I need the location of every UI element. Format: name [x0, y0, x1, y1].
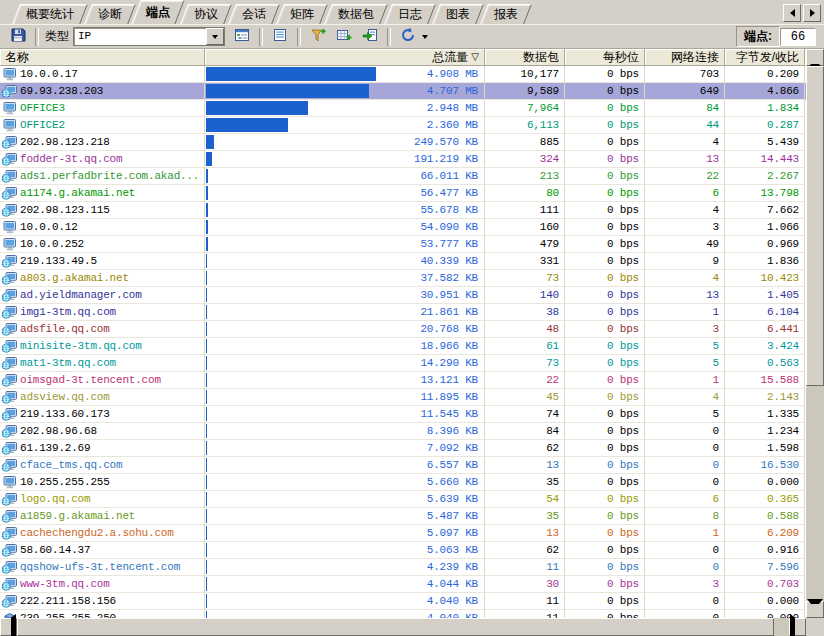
tab-4[interactable]: 协议: [180, 4, 232, 24]
table-row[interactable]: 10.0.0.25253.777 KB4790 bps490.969: [0, 236, 806, 253]
refresh-dropdown-button[interactable]: [422, 35, 428, 39]
bps-value: 0 bps: [565, 117, 645, 134]
host-icon: [2, 221, 17, 234]
tab-6[interactable]: 矩阵: [276, 4, 328, 24]
table-row[interactable]: logo.qq.com5.639 KB540 bps60.365: [0, 491, 806, 508]
tab-3[interactable]: 端点: [131, 0, 184, 24]
packets-value: 73: [485, 270, 565, 287]
table-row[interactable]: minisite-3tm.qq.com18.966 KB610 bps53.42…: [0, 338, 806, 355]
table-row[interactable]: ad.yieldmanager.com30.951 KB1400 bps131.…: [0, 287, 806, 304]
traffic-cell: 4.040 KB: [205, 610, 485, 618]
tab-1[interactable]: 概要统计: [12, 4, 88, 24]
tab-label: 端点: [146, 1, 170, 23]
endpoint-name-cell: 10.0.0.12: [0, 219, 205, 236]
table-row[interactable]: img1-3tm.qq.com21.861 KB380 bps16.104: [0, 304, 806, 321]
connections-value: 5: [645, 406, 725, 423]
table-row[interactable]: cachechengdu2.a.sohu.com5.097 KB130 bps1…: [0, 525, 806, 542]
type-combobox[interactable]: IP: [73, 27, 225, 46]
column-header-bps[interactable]: 每秒位: [565, 49, 645, 66]
tab-8[interactable]: 日志: [384, 4, 436, 24]
table-row[interactable]: 10.255.255.2555.660 KB350 bps00.000: [0, 474, 806, 491]
traffic-cell: 5.097 KB: [205, 525, 485, 542]
table-row[interactable]: 219.133.60.17311.545 KB740 bps51.335: [0, 406, 806, 423]
scroll-left-button[interactable]: [0, 618, 17, 636]
table-row[interactable]: adsfile.qq.com20.768 KB480 bps36.441: [0, 321, 806, 338]
toolbar-separator: [35, 28, 39, 46]
table-row[interactable]: 69.93.238.2034.707 MB9,5890 bps6494.866: [0, 83, 806, 100]
table-row[interactable]: cface_tms.qq.com6.557 KB130 bps016.530: [0, 457, 806, 474]
vertical-scrollbar-thumb[interactable]: [806, 66, 824, 386]
vertical-scrollbar[interactable]: [806, 49, 824, 618]
host-icon: [2, 102, 17, 115]
table-row[interactable]: 239.255.255.2504.040 KB110 bps00.000: [0, 610, 806, 618]
table-row[interactable]: 202.98.123.218249.570 KB8850 bps45.439: [0, 134, 806, 151]
table-row[interactable]: a803.g.akamai.net37.582 KB730 bps410.423: [0, 270, 806, 287]
column-header-traffic[interactable]: 总流量▽: [205, 49, 485, 66]
table-row[interactable]: mat1-3tm.qq.com14.290 KB730 bps50.563: [0, 355, 806, 372]
table-row[interactable]: OFFICE32.948 MB7,9640 bps841.834: [0, 100, 806, 117]
traffic-value: 4.040 KB: [427, 595, 478, 607]
internet-host-icon: [2, 323, 17, 336]
table-row[interactable]: OFFICE22.360 MB6,1130 bps440.287: [0, 117, 806, 134]
export-graph-button[interactable]: [357, 25, 383, 48]
table-row[interactable]: www-3tm.qq.com4.044 KB300 bps30.703: [0, 576, 806, 593]
tab-scroll-right-button[interactable]: [803, 4, 821, 22]
tab-9[interactable]: 图表: [432, 4, 484, 24]
detail-view-button[interactable]: [267, 25, 293, 48]
bps-value: 0 bps: [565, 83, 645, 100]
column-header-conns[interactable]: 网络连接: [645, 49, 725, 66]
add-to-name-table-button[interactable]: [331, 25, 357, 48]
node-explorer-button[interactable]: [229, 25, 255, 48]
connections-value: 649: [645, 83, 725, 100]
type-combobox-dropdown-button[interactable]: [206, 28, 224, 45]
internet-host-icon: [2, 374, 17, 387]
tab-10[interactable]: 报表: [480, 4, 532, 24]
table-row[interactable]: 10.0.0.1254.090 KB1600 bps31.066: [0, 219, 806, 236]
horizontal-scrollbar-thumb[interactable]: [17, 618, 774, 636]
traffic-bar: [206, 526, 207, 540]
packets-value: 80: [485, 185, 565, 202]
tab-5[interactable]: 会话: [228, 4, 280, 24]
table-row[interactable]: 61.139.2.697.092 KB620 bps01.598: [0, 440, 806, 457]
table-row[interactable]: ads1.perfadbrite.com.akad...66.011 KB213…: [0, 168, 806, 185]
ratio-value: 0.000: [725, 474, 805, 491]
table-row[interactable]: a1174.g.akamai.net56.477 KB800 bps613.79…: [0, 185, 806, 202]
packets-value: 213: [485, 168, 565, 185]
scroll-down-button[interactable]: [806, 601, 824, 618]
tab-7[interactable]: 数据包: [324, 4, 388, 24]
table-row[interactable]: 219.133.49.540.339 KB3310 bps91.836: [0, 253, 806, 270]
add-filter-button[interactable]: [305, 25, 331, 48]
endpoint-name-cell: adsview.qq.com: [0, 389, 205, 406]
table-row[interactable]: 202.98.96.688.396 KB840 bps01.234: [0, 423, 806, 440]
scroll-right-button[interactable]: [789, 618, 806, 636]
endpoint-name-cell: img1-3tm.qq.com: [0, 304, 205, 321]
refresh-button[interactable]: [395, 25, 421, 48]
table-row[interactable]: 58.60.14.375.063 KB620 bps00.916: [0, 542, 806, 559]
endpoint-name: qqshow-ufs-3t.tencent.com: [20, 559, 180, 575]
traffic-value: 4.044 KB: [427, 578, 478, 590]
scroll-up-button[interactable]: [806, 49, 824, 66]
connections-value: 4: [645, 134, 725, 151]
column-header-packets[interactable]: 数据包: [485, 49, 565, 66]
bps-value: 0 bps: [565, 559, 645, 576]
bps-value: 0 bps: [565, 372, 645, 389]
packets-value: 140: [485, 287, 565, 304]
column-header-name[interactable]: 名称: [0, 49, 205, 66]
table-row[interactable]: adsview.qq.com11.895 KB450 bps42.143: [0, 389, 806, 406]
tab-2[interactable]: 诊断: [84, 4, 136, 24]
table-row[interactable]: 222.211.158.1564.040 KB110 bps00.000: [0, 593, 806, 610]
table-row[interactable]: 202.98.123.11555.678 KB1110 bps47.662: [0, 202, 806, 219]
table-row[interactable]: qqshow-ufs-3t.tencent.com4.239 KB110 bps…: [0, 559, 806, 576]
table-row[interactable]: 10.0.0.174.908 MB10,1770 bps7030.209: [0, 66, 806, 83]
horizontal-scrollbar[interactable]: [0, 618, 806, 636]
tab-scroll-left-button[interactable]: [783, 4, 801, 22]
endpoint-counter: 端点: 66: [736, 26, 816, 47]
packets-value: 84: [485, 423, 565, 440]
table-row[interactable]: a1859.g.akamai.net5.487 KB350 bps80.588: [0, 508, 806, 525]
column-header-ratio[interactable]: 字节发/收比: [725, 49, 805, 66]
ratio-value: 0.588: [725, 508, 805, 525]
table-row[interactable]: fodder-3t.qq.com191.219 KB3240 bps1314.4…: [0, 151, 806, 168]
table-row[interactable]: oimsgad-3t.tencent.com13.121 KB220 bps11…: [0, 372, 806, 389]
save-button[interactable]: [5, 25, 31, 48]
internet-host-icon: [2, 459, 17, 472]
